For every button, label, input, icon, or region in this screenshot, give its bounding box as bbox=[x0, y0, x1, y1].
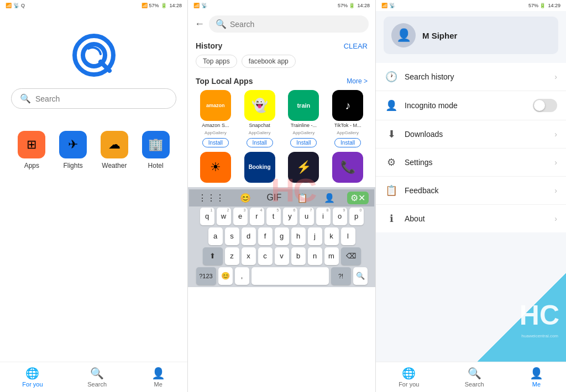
kb-key-y[interactable]: 6y bbox=[283, 208, 297, 225]
kb-key-g[interactable]: g bbox=[275, 227, 289, 245]
about-label: About bbox=[405, 214, 548, 223]
status-bar-1: 📶 📡 Q 📶 57% 🔋 14:28 bbox=[0, 0, 187, 11]
kb-key-t[interactable]: 5t bbox=[266, 208, 281, 225]
kb-key-v[interactable]: v bbox=[275, 247, 289, 265]
app-cell-trainline[interactable]: train Trainline -... AppGallery Install bbox=[284, 90, 324, 147]
kb-key-d[interactable]: d bbox=[242, 227, 256, 245]
sun-app-icon: ☀ bbox=[200, 152, 231, 183]
tiktok-name: TikTok - M... bbox=[334, 123, 361, 129]
wifi-icon: 📡 bbox=[13, 3, 19, 8]
kb-key-e[interactable]: 3e bbox=[233, 208, 248, 225]
amazon-install[interactable]: Install bbox=[202, 138, 229, 147]
kb-gif-icon[interactable]: GIF bbox=[264, 192, 285, 204]
hotel-icon: 🏢 bbox=[142, 131, 170, 158]
signal-icon: 📶 bbox=[6, 3, 12, 8]
app-cell-viber[interactable]: 📞 bbox=[328, 152, 368, 183]
trainline-install[interactable]: Install bbox=[290, 138, 317, 147]
back-arrow[interactable]: ← bbox=[195, 18, 205, 30]
tiktok-source: AppGallery bbox=[337, 130, 359, 135]
kb-key-c[interactable]: c bbox=[258, 247, 272, 265]
bottom-nav-p3: 🌐 For you 🔍 Search 👤 Me bbox=[376, 362, 566, 392]
menu-item-incognito[interactable]: 👤 Incognito mode bbox=[376, 91, 566, 120]
kb-key-p[interactable]: 0p bbox=[349, 208, 364, 225]
app-cell-booking[interactable]: Booking bbox=[240, 152, 280, 183]
chip-facebook[interactable]: facebook app bbox=[242, 55, 296, 68]
p1-main-content: 🔍 ⊞ Apps ✈ Flights ☁ Weather 🏢 Hotel bbox=[0, 11, 187, 362]
app-cell-amazon[interactable]: amazon Amazon S... AppGallery Install bbox=[196, 90, 235, 147]
menu-item-search-history[interactable]: 🕐 Search history › bbox=[376, 63, 566, 91]
quick-link-weather[interactable]: ☁ Weather bbox=[101, 131, 128, 169]
nav-me-p3[interactable]: 👤 Me bbox=[530, 367, 543, 388]
search-input-p1[interactable] bbox=[35, 94, 167, 103]
kb-grid-icon[interactable]: ⋮⋮⋮ bbox=[195, 192, 228, 204]
quick-link-flights[interactable]: ✈ Flights bbox=[59, 131, 87, 169]
kb-excl-key[interactable]: ?! bbox=[331, 267, 351, 285]
kb-key-z[interactable]: z bbox=[225, 247, 239, 265]
kb-emoji-key[interactable]: 😊 bbox=[218, 267, 233, 285]
kb-key-o[interactable]: 9o bbox=[333, 208, 347, 225]
nav-search-label-p1: Search bbox=[87, 381, 107, 388]
hotel-label: Hotel bbox=[148, 162, 164, 169]
kb-settings-icon[interactable]: ⚙✕ bbox=[347, 192, 369, 204]
nav-me-p1[interactable]: 👤 Me bbox=[151, 367, 165, 388]
weather-label: Weather bbox=[102, 162, 127, 169]
kb-key-l[interactable]: l bbox=[341, 227, 355, 245]
menu-item-settings[interactable]: ⚙ Settings › bbox=[376, 149, 566, 177]
signal-icon-2: 📶 bbox=[193, 3, 200, 8]
kb-key-j[interactable]: j bbox=[308, 227, 322, 245]
nav-for-you-p3[interactable]: 🌐 For you bbox=[399, 367, 419, 388]
chip-top-apps[interactable]: Top apps bbox=[196, 55, 237, 68]
kb-key-m[interactable]: m bbox=[324, 247, 339, 265]
apps-icon: ⊞ bbox=[18, 131, 45, 158]
quick-link-hotel[interactable]: 🏢 Hotel bbox=[142, 131, 170, 169]
kb-key-n[interactable]: n bbox=[308, 247, 322, 265]
app-cell-sun[interactable]: ☀ bbox=[196, 152, 235, 183]
kb-numsym-key[interactable]: ?123 bbox=[196, 267, 216, 285]
download-icon: ⬇ bbox=[385, 128, 398, 140]
nav-me-icon-p1: 👤 bbox=[151, 367, 165, 380]
menu-item-about[interactable]: ℹ About › bbox=[376, 205, 566, 232]
kb-key-k[interactable]: k bbox=[324, 227, 339, 245]
kb-key-x[interactable]: x bbox=[242, 247, 256, 265]
search-bar-p1[interactable]: 🔍 bbox=[11, 88, 176, 109]
kb-key-s[interactable]: s bbox=[225, 227, 239, 245]
kb-comma-key[interactable]: , bbox=[235, 267, 249, 285]
kb-key-f[interactable]: f bbox=[258, 227, 272, 245]
kb-key-w[interactable]: 2w bbox=[217, 208, 231, 225]
menu-item-downloads[interactable]: ⬇ Downloads › bbox=[376, 120, 566, 149]
kb-emoji-icon[interactable]: 😊 bbox=[237, 192, 254, 204]
kb-space-key[interactable] bbox=[251, 267, 329, 285]
trainline-source: AppGallery bbox=[293, 130, 315, 135]
menu-item-feedback[interactable]: 📋 Feedback › bbox=[376, 177, 566, 205]
kb-shift-key[interactable]: ⬆ bbox=[203, 247, 223, 265]
about-icon: ℹ bbox=[385, 213, 398, 225]
kb-key-b[interactable]: b bbox=[291, 247, 306, 265]
kb-clipboard-icon[interactable]: 📋 bbox=[294, 192, 311, 204]
app-cell-snapchat[interactable]: 👻 Snapchat AppGallery Install bbox=[240, 90, 280, 147]
kb-key-h[interactable]: h bbox=[291, 227, 306, 245]
kb-key-a[interactable]: a bbox=[208, 227, 223, 245]
booking-icon: Booking bbox=[244, 152, 275, 183]
kb-key-r[interactable]: 4r bbox=[250, 208, 264, 225]
kb-backspace-key[interactable]: ⌫ bbox=[341, 247, 361, 265]
kb-user-icon[interactable]: 👤 bbox=[321, 192, 338, 204]
kb-search-key[interactable]: 🔍 bbox=[353, 267, 368, 285]
nav-search-p1[interactable]: 🔍 Search bbox=[87, 367, 107, 388]
signal-icon-3: 📶 bbox=[381, 3, 387, 8]
kb-key-u[interactable]: 7u bbox=[300, 208, 314, 225]
nav-for-you-p1[interactable]: 🌐 For you bbox=[22, 367, 43, 388]
p2-search-box[interactable]: 🔍 bbox=[209, 15, 369, 33]
kb-key-i[interactable]: 8i bbox=[316, 208, 331, 225]
search-input-p2[interactable] bbox=[230, 20, 362, 29]
nav-search-p3[interactable]: 🔍 Search bbox=[465, 367, 484, 388]
app-cell-tiktok[interactable]: ♪ TikTok - M... AppGallery Install bbox=[328, 90, 368, 147]
kb-key-q[interactable]: 1q bbox=[200, 208, 214, 225]
more-link[interactable]: More > bbox=[347, 77, 368, 85]
clear-button[interactable]: CLEAR bbox=[344, 42, 368, 50]
incognito-toggle[interactable] bbox=[533, 99, 557, 112]
hc-url: huaweicentral.com bbox=[521, 333, 558, 338]
app-cell-speedo[interactable]: ⚡ bbox=[284, 152, 324, 183]
quick-link-apps[interactable]: ⊞ Apps bbox=[18, 131, 45, 169]
tiktok-install[interactable]: Install bbox=[334, 138, 361, 147]
snapchat-install[interactable]: Install bbox=[247, 138, 273, 147]
